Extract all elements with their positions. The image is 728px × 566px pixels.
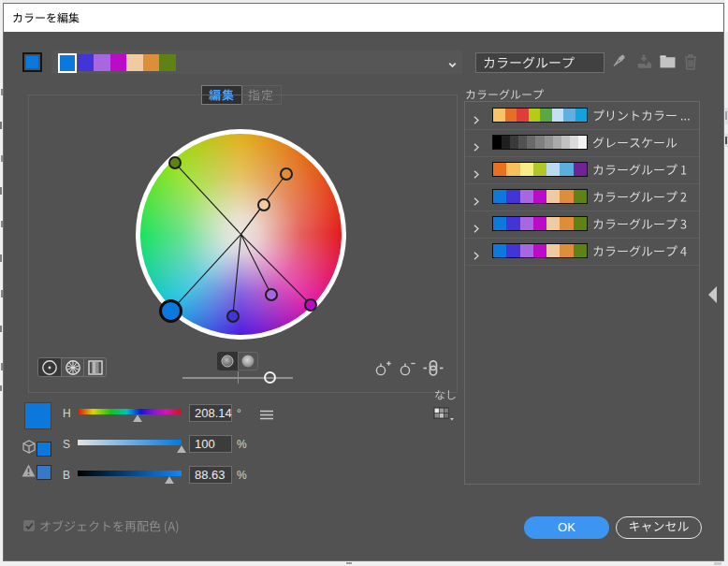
color-group-row-5[interactable]	[465, 238, 699, 266]
active-color-swatch-4[interactable]	[126, 54, 143, 71]
brightness-slider-handle[interactable]	[165, 476, 174, 484]
swatch-cell	[546, 190, 560, 203]
view-button-group	[37, 357, 107, 377]
swatch-cell	[563, 109, 575, 122]
add-color-tool-icon[interactable]	[374, 359, 393, 381]
color-marker-4[interactable]	[265, 288, 278, 301]
brightness-value-field[interactable]: 88.63	[189, 466, 232, 484]
swatch-cell	[506, 163, 519, 176]
web-safe-color-swatch[interactable]	[36, 442, 51, 457]
out-of-web-cube-icon[interactable]	[22, 440, 36, 457]
expand-chevron-icon[interactable]	[473, 138, 479, 155]
active-color-group-bar[interactable]	[51, 51, 462, 74]
hue-menu-icon[interactable]	[260, 407, 273, 424]
active-color-swatch-1[interactable]	[78, 54, 95, 71]
swatch-cell	[578, 136, 587, 149]
active-color-swatch-6[interactable]	[159, 54, 176, 71]
group-name	[592, 164, 687, 182]
swatch-cell	[493, 244, 506, 257]
swatch-cell	[506, 244, 519, 257]
group-swatch-strip[interactable]	[492, 216, 588, 231]
expand-chevron-icon[interactable]	[473, 166, 479, 182]
in-gamut-color-swatch[interactable]	[36, 465, 51, 480]
swatch-cell	[493, 136, 502, 149]
recolor-artwork-label	[39, 520, 180, 535]
active-color-swatch-2[interactable]	[94, 54, 110, 71]
group-swatch-strip[interactable]	[492, 243, 588, 258]
saturation-value-field[interactable]: 100	[189, 435, 232, 453]
color-marker-1[interactable]	[280, 167, 293, 181]
color-count-slider	[182, 367, 297, 387]
expand-chevron-icon[interactable]	[473, 220, 479, 237]
color-group-row-4[interactable]	[465, 210, 699, 239]
out-of-gamut-warning-icon[interactable]	[22, 464, 36, 481]
cancel-button[interactable]	[616, 516, 702, 539]
swatch-cell	[493, 190, 506, 203]
group-swatch-strip[interactable]	[492, 189, 588, 204]
saturation-slider-handle[interactable]	[177, 445, 186, 453]
screen: H 208.14 ° S 100 % B 88.63 %	[0, 0, 728, 566]
dialog-title	[12, 12, 80, 25]
swatch-cell	[520, 163, 533, 176]
slider-handle[interactable]	[264, 371, 276, 384]
hue-slider-handle[interactable]	[133, 414, 142, 422]
recolor-artwork-checkbox[interactable]	[23, 520, 35, 531]
swatch-cell	[574, 163, 587, 176]
saturation-ball-icon	[222, 356, 234, 368]
new-group-folder-icon[interactable]	[660, 55, 676, 72]
active-color-swatch-0[interactable]	[58, 53, 77, 73]
hue-slider[interactable]	[78, 409, 182, 414]
dialog-titlebar[interactable]	[4, 4, 723, 32]
color-group-name-input[interactable]	[475, 52, 604, 73]
background-fragment	[725, 137, 727, 144]
swatch-cell	[533, 244, 546, 257]
color-group-row-2[interactable]	[465, 156, 699, 184]
swatch-cell	[574, 190, 587, 203]
color-group-row-1[interactable]	[465, 129, 699, 157]
group-swatch-strip[interactable]	[492, 162, 588, 177]
ok-button[interactable]: OK	[524, 516, 609, 539]
color-bars-button[interactable]	[83, 358, 107, 376]
color-limit-value	[434, 389, 457, 402]
limit-colors-button[interactable]	[433, 407, 454, 421]
remove-color-tool-icon[interactable]	[399, 359, 417, 381]
chevron-down-icon[interactable]	[447, 57, 458, 74]
delete-group-trash-icon	[684, 54, 697, 74]
color-marker-2[interactable]	[257, 198, 270, 211]
active-color-swatch-5[interactable]	[143, 54, 160, 71]
brightness-slider[interactable]	[78, 471, 182, 476]
link-harmony-colors-icon[interactable]	[421, 360, 445, 380]
group-swatch-strip[interactable]	[492, 108, 588, 123]
swatch-cell	[570, 136, 578, 149]
expand-chevron-icon[interactable]	[473, 111, 479, 128]
eyedropper-icon[interactable]	[610, 53, 627, 74]
swatch-cell	[561, 136, 570, 149]
group-swatch-strip[interactable]	[492, 135, 588, 150]
color-group-row-0[interactable]	[465, 102, 699, 130]
swatch-cell	[527, 136, 535, 149]
active-color-swatch-3[interactable]	[110, 54, 127, 71]
expand-chevron-icon[interactable]	[473, 193, 479, 210]
segmented-color-wheel-button[interactable]	[61, 358, 84, 376]
color-group-row-3[interactable]	[465, 183, 699, 211]
swatch-cell	[493, 163, 506, 176]
current-color-swatch[interactable]	[24, 402, 51, 429]
group-name	[592, 137, 677, 155]
background-fragment	[346, 562, 352, 564]
saturation-label: S	[63, 439, 70, 450]
color-marker-3[interactable]	[226, 310, 240, 323]
swatch-cell	[545, 136, 553, 149]
saturation-slider[interactable]	[78, 440, 182, 445]
swatch-cell	[520, 244, 533, 257]
smooth-color-wheel-button[interactable]	[38, 358, 61, 376]
color-groups-list	[464, 101, 700, 485]
hue-value-field[interactable]: 208.14	[189, 404, 232, 422]
background-fragment	[0, 122, 2, 129]
swatch-cell	[533, 217, 546, 230]
color-marker-0[interactable]	[168, 156, 182, 169]
selected-color-marker[interactable]	[159, 299, 182, 323]
swatch-cell	[506, 190, 519, 203]
expand-chevron-icon[interactable]	[473, 247, 479, 264]
group-name	[592, 109, 691, 128]
collapse-panel-arrow[interactable]	[708, 286, 717, 303]
